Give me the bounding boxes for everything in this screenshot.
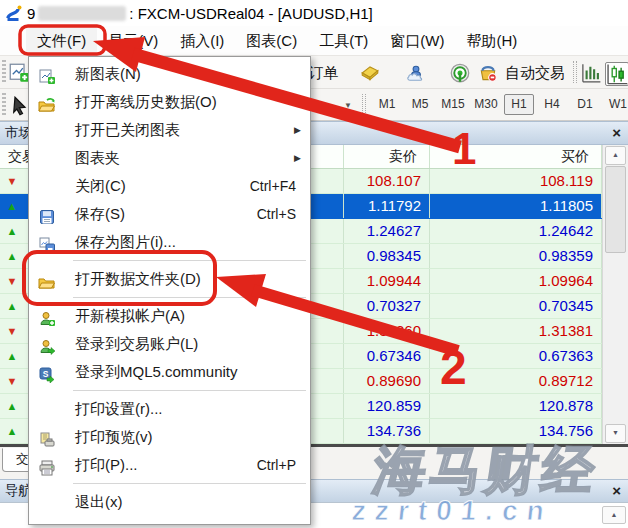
ticket-icon[interactable] bbox=[360, 63, 380, 83]
column-header-sell[interactable]: 卖价 bbox=[344, 145, 430, 168]
new-chart-icon bbox=[38, 66, 56, 82]
menu-separator bbox=[73, 260, 306, 261]
menu-separator bbox=[73, 390, 306, 391]
file-menu-item[interactable]: 退出(x) bbox=[29, 488, 310, 516]
sell-price-cell[interactable]: 120.859 bbox=[344, 394, 430, 418]
file-menu-item[interactable]: 打开已关闭图表▶ bbox=[29, 116, 310, 144]
close-icon[interactable]: × bbox=[612, 480, 621, 502]
buy-price-cell[interactable]: 1.11805 bbox=[430, 194, 602, 218]
new-chart-toolbar-icon[interactable] bbox=[9, 63, 29, 83]
scrollbar-thumb[interactable] bbox=[605, 166, 626, 253]
tf-m5[interactable]: M5 bbox=[405, 94, 435, 115]
menu-item-label: 打印预览(v) bbox=[75, 428, 153, 445]
file-menu-item[interactable]: S登录到MQL5.community bbox=[29, 358, 310, 386]
file-menu-item[interactable]: 打印预览(v) bbox=[29, 423, 310, 451]
toolbar-grip[interactable] bbox=[2, 60, 6, 84]
tf-m1[interactable]: M1 bbox=[372, 94, 402, 115]
sell-price-cell[interactable]: 0.67346 bbox=[344, 344, 430, 368]
tf-w1[interactable]: W1 bbox=[603, 94, 628, 115]
autotrading-button[interactable]: 自动交易 bbox=[505, 56, 565, 89]
open-offline-icon bbox=[38, 94, 56, 110]
menu-item-label: 图表夹 bbox=[75, 149, 120, 166]
buy-price-cell[interactable]: 0.98359 bbox=[430, 244, 602, 268]
sell-price-cell[interactable]: 1.24627 bbox=[344, 219, 430, 243]
candlestick-icon[interactable] bbox=[605, 62, 628, 86]
signals-icon[interactable] bbox=[450, 63, 470, 83]
no-icon bbox=[38, 178, 56, 194]
buy-price-cell[interactable]: 0.67363 bbox=[430, 344, 602, 368]
tf-d1[interactable]: D1 bbox=[570, 94, 600, 115]
up-arrow-icon: ▲ bbox=[0, 344, 24, 368]
menu-insert[interactable]: 插入(I) bbox=[169, 26, 235, 55]
close-icon[interactable]: × bbox=[612, 122, 621, 144]
sell-price-cell[interactable]: 0.70327 bbox=[344, 294, 430, 318]
save-icon bbox=[38, 206, 56, 222]
cursor-icon[interactable] bbox=[10, 96, 30, 116]
menu-view[interactable]: 显示(V) bbox=[97, 26, 169, 55]
menu-charts[interactable]: 图表(C) bbox=[235, 26, 308, 55]
sell-price-cell[interactable]: 108.107 bbox=[344, 169, 430, 193]
scroll-up-icon[interactable]: ▲ bbox=[602, 506, 626, 524]
market-watch-scrollbar[interactable]: ▲ ▼ bbox=[602, 145, 628, 444]
tf-m15[interactable]: M15 bbox=[438, 94, 468, 115]
column-header-buy[interactable]: 买价 bbox=[430, 145, 602, 168]
watermark-site: zzrt01.cn bbox=[350, 495, 554, 527]
up-arrow-icon: ▲ bbox=[0, 419, 24, 443]
dropdown-caret-icon[interactable]: ▼ bbox=[344, 101, 352, 110]
tf-h4[interactable]: H4 bbox=[537, 94, 567, 115]
scroll-down-icon[interactable]: ▼ bbox=[605, 424, 626, 443]
scroll-up-icon[interactable]: ▲ bbox=[605, 146, 626, 165]
menu-item-label: 打开已关闭图表 bbox=[75, 121, 180, 138]
no-icon bbox=[38, 494, 56, 510]
menu-help[interactable]: 帮助(H) bbox=[455, 26, 528, 55]
file-menu-item[interactable]: 打开数据文件夹(D) bbox=[29, 265, 310, 293]
menu-item-label: 打印设置(r)... bbox=[75, 400, 163, 417]
menu-window[interactable]: 窗口(W) bbox=[379, 26, 455, 55]
menu-item-shortcut: Ctrl+P bbox=[257, 451, 296, 479]
tf-h1[interactable]: H1 bbox=[504, 94, 534, 115]
menu-item-label: 退出(x) bbox=[75, 493, 123, 510]
toolbar-grip[interactable] bbox=[2, 93, 6, 116]
sell-price-cell[interactable]: 1.11792 bbox=[344, 194, 430, 218]
up-arrow-icon: ▲ bbox=[0, 394, 24, 418]
buy-price-cell[interactable]: 120.878 bbox=[430, 394, 602, 418]
print-icon bbox=[38, 457, 56, 473]
submenu-arrow-icon: ▶ bbox=[294, 116, 301, 144]
up-arrow-icon: ▲ bbox=[0, 294, 24, 318]
menu-item-label: 登录到MQL5.community bbox=[75, 363, 238, 380]
no-icon bbox=[38, 122, 56, 138]
sell-price-cell[interactable]: 1.09944 bbox=[344, 269, 430, 293]
buy-price-cell[interactable]: 0.70345 bbox=[430, 294, 602, 318]
menu-item-label: 关闭(C) bbox=[75, 177, 126, 194]
menu-bar: 文件(F) 显示(V) 插入(I) 图表(C) 工具(T) 窗口(W) 帮助(H… bbox=[0, 26, 628, 56]
file-menu-item[interactable]: 保存(S)Ctrl+S bbox=[29, 200, 310, 228]
sell-price-cell[interactable]: 0.98345 bbox=[344, 244, 430, 268]
submenu-arrow-icon: ▶ bbox=[294, 144, 301, 172]
sell-price-cell[interactable]: 1.31360 bbox=[344, 319, 430, 343]
buy-price-cell[interactable]: 1.31381 bbox=[430, 319, 602, 343]
no-icon bbox=[38, 150, 56, 166]
market-icon[interactable] bbox=[478, 63, 498, 83]
buy-price-cell[interactable]: 108.119 bbox=[430, 169, 602, 193]
menu-item-label: 登录到交易账户(L) bbox=[75, 335, 198, 352]
file-menu-item[interactable]: 图表夹▶ bbox=[29, 144, 310, 172]
tf-m30[interactable]: M30 bbox=[471, 94, 501, 115]
buy-price-cell[interactable]: 1.24642 bbox=[430, 219, 602, 243]
file-menu-item[interactable]: 新图表(N) bbox=[29, 60, 310, 88]
file-menu-item[interactable]: 保存为图片(i)... bbox=[29, 228, 310, 256]
buy-price-cell[interactable]: 1.09964 bbox=[430, 269, 602, 293]
file-menu-item[interactable]: 打开离线历史数据(O) bbox=[29, 88, 310, 116]
file-menu-item[interactable]: 打印(P)...Ctrl+P bbox=[29, 451, 310, 479]
file-menu-item[interactable]: 开新模拟帐户(A) bbox=[29, 302, 310, 330]
down-arrow-icon: ▼ bbox=[0, 319, 24, 343]
sell-price-cell[interactable]: 0.89690 bbox=[344, 369, 430, 393]
file-menu-item[interactable]: 关闭(C)Ctrl+F4 bbox=[29, 172, 310, 200]
menu-tools[interactable]: 工具(T) bbox=[308, 26, 379, 55]
community-icon[interactable] bbox=[406, 63, 426, 83]
menu-file[interactable]: 文件(F) bbox=[26, 26, 97, 55]
buy-price-cell[interactable]: 0.89712 bbox=[430, 369, 602, 393]
file-menu-item[interactable]: 打印设置(r)... bbox=[29, 395, 310, 423]
file-menu-item[interactable]: 登录到交易账户(L) bbox=[29, 330, 310, 358]
down-arrow-icon: ▼ bbox=[0, 169, 24, 193]
bar-chart-icon[interactable] bbox=[581, 63, 601, 83]
